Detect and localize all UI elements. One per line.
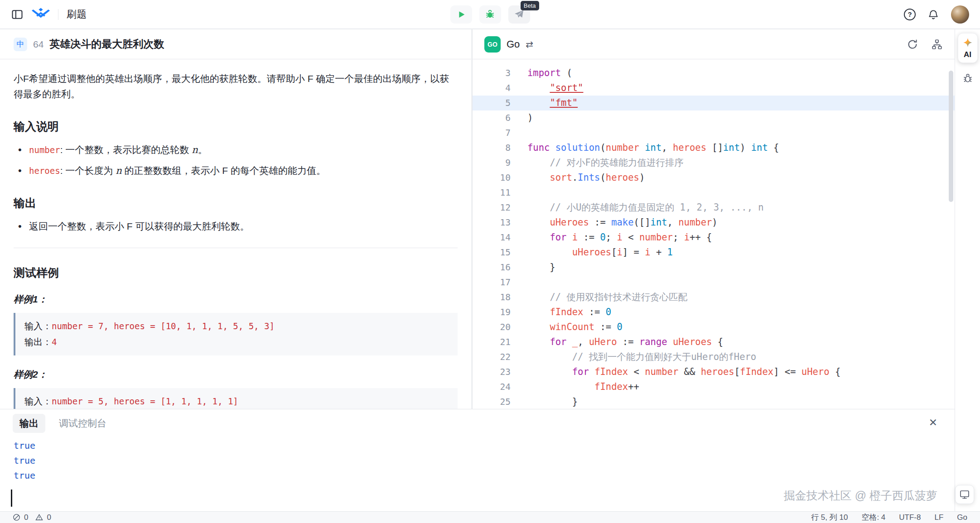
console-caret bbox=[11, 489, 12, 507]
monitor-icon bbox=[959, 489, 970, 500]
code-line[interactable]: 20 winCount := 0 bbox=[473, 320, 955, 335]
line-number[interactable]: 23 bbox=[473, 365, 511, 379]
language-selector[interactable]: GO Go ⇄ bbox=[484, 36, 533, 53]
run-button[interactable] bbox=[450, 5, 472, 24]
help-button[interactable]: ? bbox=[904, 9, 916, 20]
problem-body: 小F希望通过调整他的英雄出场顺序，最大化他的获胜轮数。请帮助小 F 确定一个最佳… bbox=[0, 59, 471, 409]
line-number[interactable]: 24 bbox=[473, 379, 511, 394]
code-line[interactable]: 4 "sort" bbox=[473, 81, 955, 96]
submit-button[interactable]: Beta bbox=[508, 5, 530, 24]
code-line[interactable]: 21 for _, uHero := range uHeroes { bbox=[473, 335, 955, 350]
code-line[interactable]: 5 "fmt" bbox=[473, 96, 955, 110]
help-icon: ? bbox=[904, 9, 916, 20]
list-item: heroes: 一个长度为 n 的正整数数组，表示小 F 的每个英雄的能力值。 bbox=[18, 163, 458, 178]
run-controls: Beta bbox=[450, 5, 530, 24]
refresh-icon bbox=[907, 38, 918, 50]
editor-scrollbar-thumb[interactable] bbox=[949, 71, 953, 202]
problems-summary[interactable]: 0 0 bbox=[13, 513, 55, 522]
cursor-position[interactable]: 行 5, 列 10 bbox=[811, 512, 848, 523]
console-output: truetruetrue bbox=[0, 435, 955, 483]
code-line[interactable]: 25 } bbox=[473, 394, 955, 408]
code-line[interactable]: 8func solution(number int, heroes []int)… bbox=[473, 140, 955, 155]
list-item-text: 返回一个整数，表示小 F 可以获得的最大胜利轮数。 bbox=[29, 221, 250, 231]
code-text: sort.Ints(heroes) bbox=[511, 170, 645, 185]
encoding-setting[interactable]: UTF-8 bbox=[899, 513, 921, 522]
code-text: import ( bbox=[511, 66, 572, 81]
problem-panel: 中 64 英雄决斗的最大胜利次数 小F希望通过调整他的英雄出场顺序，最大化他的获… bbox=[0, 29, 471, 409]
problem-description: 小F希望通过调整他的英雄出场顺序，最大化他的获胜轮数。请帮助小 F 确定一个最佳… bbox=[14, 71, 458, 102]
code-line[interactable]: 10 sort.Ints(heroes) bbox=[473, 170, 955, 185]
code-line[interactable]: 23 for fIndex < number && heroes[fIndex]… bbox=[473, 365, 955, 379]
code-editor[interactable]: 3import (4 "sort"5 "fmt"6)78func solutio… bbox=[473, 59, 955, 408]
code-text: "sort" bbox=[511, 81, 583, 96]
code-line[interactable]: 3import ( bbox=[473, 66, 955, 81]
console-panel: 输出 调试控制台 ✕ truetruetrue 掘金技术社区 @ 橙子西瓜菠萝 bbox=[0, 409, 955, 511]
line-number[interactable]: 9 bbox=[473, 155, 511, 170]
example-block: 输入：number = 7, heroes = [10, 1, 1, 1, 5,… bbox=[14, 313, 458, 355]
avatar[interactable] bbox=[951, 5, 969, 24]
tab-output[interactable]: 输出 bbox=[13, 414, 45, 433]
eol-setting[interactable]: LF bbox=[934, 513, 943, 522]
code-line[interactable]: 11 bbox=[473, 185, 955, 200]
code-line[interactable]: 18 // 使用双指针技术进行贪心匹配 bbox=[473, 290, 955, 305]
code-line[interactable]: 15 uHeroes[i] = i + 1 bbox=[473, 245, 955, 260]
line-number[interactable]: 11 bbox=[473, 185, 511, 200]
code-line[interactable]: 14 for i := 0; i < number; i++ { bbox=[473, 230, 955, 245]
sample-label: 样例2： bbox=[14, 368, 458, 381]
code-line[interactable]: 16 } bbox=[473, 260, 955, 275]
go-logo-icon: GO bbox=[484, 36, 501, 53]
code-line[interactable]: 22 // 找到一个能力值刚好大于uHero的fHero bbox=[473, 350, 955, 365]
code-text: for fIndex < number && heroes[fIndex] <=… bbox=[511, 365, 840, 379]
language-label: Go bbox=[507, 38, 520, 50]
output-list: 返回一个整数，表示小 F 可以获得的最大胜利轮数。 bbox=[14, 219, 458, 234]
example-input: 输入：number = 5, heroes = [1, 1, 1, 1, 1] bbox=[24, 393, 449, 409]
debug-run-button[interactable] bbox=[479, 5, 501, 24]
code-line[interactable]: 19 fIndex := 0 bbox=[473, 305, 955, 320]
line-number[interactable]: 16 bbox=[473, 260, 511, 275]
line-number[interactable]: 10 bbox=[473, 170, 511, 185]
line-number[interactable]: 12 bbox=[473, 200, 511, 215]
reset-code-button[interactable] bbox=[907, 38, 918, 50]
line-number[interactable]: 19 bbox=[473, 305, 511, 320]
juejin-logo[interactable] bbox=[32, 8, 50, 21]
code-line[interactable]: 7 bbox=[473, 125, 955, 140]
line-number[interactable]: 17 bbox=[473, 275, 511, 290]
output-heading: 输出 bbox=[14, 196, 458, 211]
line-number[interactable]: 20 bbox=[473, 320, 511, 335]
line-number[interactable]: 7 bbox=[473, 125, 511, 140]
tab-debug-console[interactable]: 调试控制台 bbox=[58, 414, 107, 433]
line-number[interactable]: 6 bbox=[473, 110, 511, 125]
close-console-button[interactable]: ✕ bbox=[929, 417, 937, 429]
debug-panel-button[interactable] bbox=[962, 73, 973, 84]
right-sidebar: AI bbox=[955, 29, 980, 511]
code-line[interactable]: 6) bbox=[473, 110, 955, 125]
line-number[interactable]: 4 bbox=[473, 81, 511, 96]
notifications-button[interactable] bbox=[927, 9, 939, 20]
line-number[interactable]: 25 bbox=[473, 394, 511, 408]
ai-assistant-button[interactable]: AI bbox=[958, 33, 978, 63]
indent-setting[interactable]: 空格: 4 bbox=[861, 512, 885, 523]
line-number[interactable]: 5 bbox=[473, 96, 511, 110]
line-number[interactable]: 3 bbox=[473, 66, 511, 81]
topbar-divider bbox=[58, 9, 58, 20]
language-mode[interactable]: Go bbox=[957, 513, 967, 522]
code-line[interactable]: 13 uHeroes := make([]int, number) bbox=[473, 215, 955, 230]
code-line[interactable]: 9 // 对小F的英雄能力值进行排序 bbox=[473, 155, 955, 170]
format-code-button[interactable] bbox=[931, 38, 943, 50]
line-number[interactable]: 21 bbox=[473, 335, 511, 350]
code-line[interactable]: 17 bbox=[473, 275, 955, 290]
problem-title: 英雄决斗的最大胜利次数 bbox=[49, 37, 164, 51]
screen-monitor-button[interactable] bbox=[955, 485, 974, 504]
code-line[interactable]: 24 fIndex++ bbox=[473, 379, 955, 394]
list-item-text: 的正整数数组，表示小 F 的每个英雄的能力值。 bbox=[122, 165, 326, 176]
list-item: number: 一个整数，表示比赛的总轮数 n。 bbox=[18, 142, 458, 158]
line-number[interactable]: 13 bbox=[473, 215, 511, 230]
code-line[interactable]: 12 // 小U的英雄能力值是固定的 1, 2, 3, ..., n bbox=[473, 200, 955, 215]
sidebar-toggle-button[interactable] bbox=[11, 8, 24, 21]
line-number[interactable]: 14 bbox=[473, 230, 511, 245]
bug-icon bbox=[485, 9, 495, 19]
line-number[interactable]: 18 bbox=[473, 290, 511, 305]
line-number[interactable]: 8 bbox=[473, 140, 511, 155]
line-number[interactable]: 15 bbox=[473, 245, 511, 260]
line-number[interactable]: 22 bbox=[473, 350, 511, 365]
